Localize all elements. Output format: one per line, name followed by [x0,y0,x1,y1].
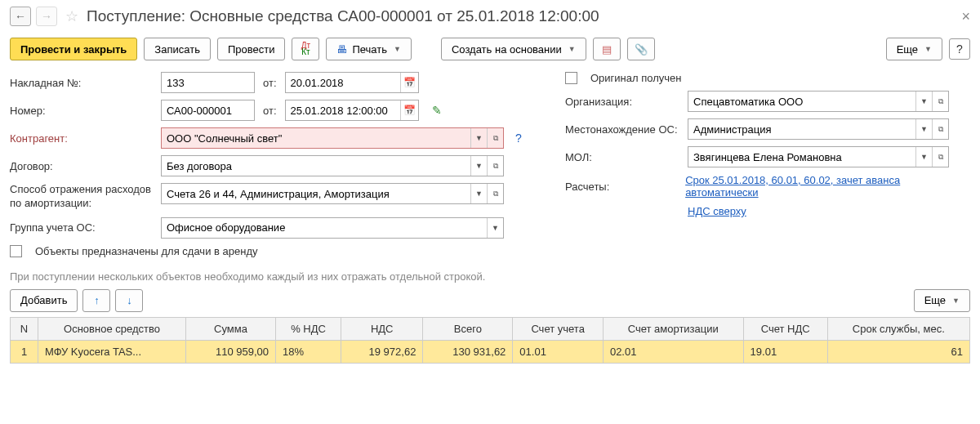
chevron-down-icon: ▼ [394,45,401,53]
th-vat[interactable]: НДС [341,317,423,340]
close-icon[interactable]: × [961,8,970,25]
number-label: Номер: [10,105,153,117]
arrow-down-icon: ↓ [127,294,132,306]
location-label: Местонахождение ОС: [565,123,679,136]
more-button[interactable]: Еще ▼ [886,38,942,60]
invoice-date-input[interactable] [286,73,400,92]
help-button[interactable]: ? [949,38,970,60]
contractor-help-icon[interactable]: ? [515,132,522,145]
th-total[interactable]: Всего [423,317,513,340]
th-accvat[interactable]: Счет НДС [743,317,827,340]
print-button[interactable]: 🖶 Печать ▼ [326,38,412,60]
mol-label: МОЛ: [565,151,679,163]
chevron-down-icon[interactable]: ▼ [487,218,503,238]
contractor-input[interactable] [162,128,470,148]
cell-sum[interactable]: 110 959,00 [186,340,276,363]
favorite-icon[interactable]: ☆ [65,7,78,25]
chevron-down-icon: ▼ [568,45,576,53]
rent-checkbox-label: Объекты предназначены для сдачи в аренду [35,245,257,257]
vat-link[interactable]: НДС сверху [688,205,746,217]
from-label: от: [263,77,277,89]
original-label: Оригинал получен [590,72,681,84]
cell-acc[interactable]: 01.01 [513,340,604,363]
chevron-down-icon[interactable]: ▼ [915,147,932,167]
location-input[interactable] [688,119,915,139]
from-label-2: от: [263,105,277,117]
original-checkbox[interactable] [565,72,577,84]
nav-back-button[interactable]: ← [10,7,31,26]
cell-total[interactable]: 130 931,62 [423,340,513,363]
th-acc[interactable]: Счет учета [513,317,604,340]
th-n[interactable]: N [11,317,38,340]
contractor-label: Контрагент: [10,132,153,145]
os-group-label: Группа учета ОС: [10,221,153,234]
open-icon[interactable]: ⧉ [932,91,948,111]
hint-text: При поступлении нескольких объектов необ… [10,270,970,283]
nav-forward-button[interactable]: → [36,7,57,26]
number-input[interactable] [161,100,255,121]
open-icon[interactable]: ⧉ [487,128,503,148]
checkmark-icon[interactable]: ✎ [432,104,442,117]
assets-table: N Основное средство Сумма % НДС НДС Всег… [10,317,970,364]
calendar-icon[interactable]: 📅 [400,100,418,120]
org-label: Организация: [565,96,679,108]
attach-button[interactable]: 📎 [627,38,655,60]
cell-vatpct[interactable]: 18% [276,340,341,363]
open-icon[interactable]: ⧉ [487,156,503,176]
cell-accamort[interactable]: 02.01 [603,340,743,363]
chevron-down-icon[interactable]: ▼ [470,184,487,203]
chevron-down-icon[interactable]: ▼ [915,119,932,139]
print-icon: 🖶 [336,43,347,56]
expense-method-input[interactable] [162,184,470,203]
cell-life[interactable]: 61 [827,340,969,363]
contract-input[interactable] [162,156,470,176]
post-button[interactable]: Провести [217,38,286,60]
post-and-close-button[interactable]: Провести и закрыть [10,38,137,60]
contract-label: Договор: [10,160,153,172]
paperclip-icon: 📎 [635,43,648,56]
document-icon: ▤ [602,43,612,56]
rent-checkbox[interactable] [10,245,22,257]
invoice-no-input[interactable] [161,72,255,93]
calc-link[interactable]: Срок 25.01.2018, 60.01, 60.02, зачет ава… [685,174,970,199]
chevron-down-icon: ▼ [924,45,932,53]
move-up-button[interactable]: ↑ [82,289,110,312]
mol-input[interactable] [688,147,915,167]
dtkt-icon: ДтКт [301,42,310,56]
calc-label: Расчеты: [565,181,677,193]
th-asset[interactable]: Основное средство [38,317,186,340]
table-row[interactable]: 1 МФУ Kyocera TAS... 110 959,00 18% 19 9… [11,340,970,363]
expense-method-label: Способ отражения расходов по амортизации… [10,183,153,211]
cell-vat[interactable]: 19 972,62 [341,340,423,363]
os-group-input[interactable] [162,218,487,238]
th-accamort[interactable]: Счет амортизации [603,317,743,340]
calendar-icon[interactable]: 📅 [400,73,418,92]
add-row-button[interactable]: Добавить [10,289,78,312]
chevron-down-icon[interactable]: ▼ [915,91,932,111]
cell-asset[interactable]: МФУ Kyocera TAS... [38,340,186,363]
cell-accvat[interactable]: 19.01 [743,340,827,363]
open-icon[interactable]: ⧉ [932,147,948,167]
th-vatpct[interactable]: % НДС [276,317,341,340]
cell-n[interactable]: 1 [11,340,38,363]
org-input[interactable] [688,91,915,111]
page-title: Поступление: Основные средства СА00-0000… [87,7,599,25]
table-more-button[interactable]: Еще ▼ [914,289,970,312]
chevron-down-icon[interactable]: ▼ [470,128,487,148]
invoice-label: Накладная №: [10,77,153,89]
arrow-up-icon: ↑ [94,294,100,306]
move-down-button[interactable]: ↓ [115,289,143,312]
doc-date-input[interactable] [286,100,400,120]
create-based-button[interactable]: Создать на основании ▼ [441,38,586,60]
save-button[interactable]: Записать [144,38,211,60]
chevron-down-icon: ▼ [952,297,960,305]
chevron-down-icon[interactable]: ▼ [470,156,487,176]
open-icon[interactable]: ⧉ [932,119,948,139]
reports-button[interactable]: ▤ [593,38,621,60]
dtkt-button[interactable]: ДтКт [292,38,319,60]
open-icon[interactable]: ⧉ [487,184,503,203]
th-life[interactable]: Срок службы, мес. [827,317,969,340]
th-sum[interactable]: Сумма [186,317,276,340]
